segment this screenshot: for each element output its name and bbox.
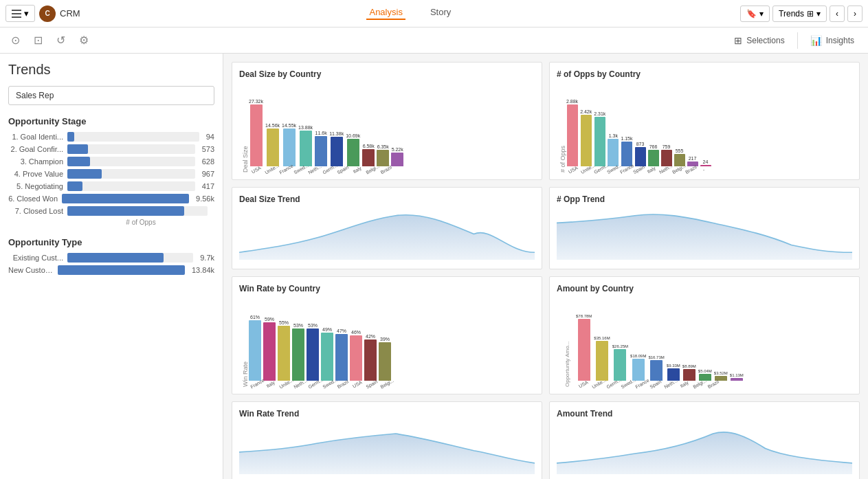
chart-bar-item: $16.73M [648, 355, 664, 381]
x-label: Belgi... [671, 165, 683, 175]
bar-val: 1.15k [621, 136, 632, 141]
bar-value: 628 [202, 157, 214, 166]
toolbar: ⊙ ⊡ ↺ ⚙ ⊞ Selections 📊 Insights [0, 27, 868, 54]
bar-value: 13.84k [192, 266, 214, 274]
refresh-button[interactable]: ↺ [51, 31, 71, 49]
bar-val: 10.69k [346, 133, 360, 138]
x-label: Italy [645, 165, 657, 175]
sales-rep-filter[interactable]: Sales Rep [8, 86, 214, 105]
x-label: France [278, 165, 291, 175]
x-label: Unite... [591, 379, 604, 390]
focus-button[interactable]: ⊙ [5, 31, 25, 49]
list-item: 2. Goal Confir... 573 [8, 144, 214, 154]
win-rate-trend-chart: Win Rate Trend [232, 401, 542, 479]
x-label: Germ... [322, 165, 335, 175]
bar-fill [58, 265, 185, 275]
list-item: 4. Prove Value 967 [8, 169, 214, 179]
x-label: France [249, 379, 263, 390]
bar-group: $78.78M $35.16M $26.25M $18.09M [576, 312, 852, 381]
tab-story[interactable]: Story [427, 7, 454, 20]
select-button[interactable]: ⊡ [28, 31, 48, 49]
nav-prev-button[interactable]: ‹ [830, 5, 845, 22]
bar-fill [62, 194, 189, 203]
bar-track [67, 132, 199, 142]
bookmark-dropdown-icon: ▾ [759, 9, 764, 19]
amount-trend-chart: Amount Trend [549, 401, 860, 479]
nav-next-button[interactable]: › [847, 5, 863, 22]
chart-bar-item: $78.78M [576, 314, 592, 381]
bar-group: 27.32k 14.56k 14.55k 13.88k [249, 98, 535, 166]
bar-value: 9.7k [200, 254, 214, 262]
bookmark-button[interactable]: 🔖 ▾ [740, 5, 770, 22]
chart-bar [379, 342, 391, 381]
chart-bar-item: 2.88k [566, 99, 578, 166]
bar-track [67, 144, 195, 154]
menu-button[interactable]: ▾ [5, 5, 35, 22]
settings-button[interactable]: ⚙ [74, 31, 94, 49]
chart-bar [377, 150, 389, 166]
bar-track [67, 253, 193, 263]
chart-bar [567, 104, 578, 166]
toolbar-divider [797, 32, 798, 49]
chart-bar [350, 335, 362, 381]
opp-trend-chart: # Opp Trend [549, 187, 860, 269]
bar-track [67, 181, 195, 191]
chart-bar-item: 10.69k [346, 133, 360, 166]
bar-val: $35.16M [594, 336, 610, 340]
chart-bar [594, 117, 605, 166]
x-label: - [698, 165, 709, 175]
bar-val: 873 [636, 142, 645, 146]
bar-val: 59% [265, 317, 274, 322]
trends-button[interactable]: Trends ⊞ ▾ [772, 5, 827, 22]
bar-val: 13.88k [298, 125, 313, 130]
chart-bar [650, 360, 663, 381]
x-label: Italy [264, 379, 277, 390]
x-label: Swed... [620, 379, 633, 390]
chart-bar [315, 136, 327, 166]
x-label: Unite... [278, 379, 291, 390]
bar-val: 61% [250, 315, 260, 320]
bar-val: 766 [649, 144, 658, 149]
bar-val: 39% [380, 337, 390, 342]
toolbar-right: ⊞ Selections 📊 Insights [726, 31, 863, 50]
tab-analysis[interactable]: Analysis [366, 7, 405, 20]
x-label: USA [577, 379, 590, 390]
stage-label: 5. Negotiating [8, 182, 63, 190]
x-label: Germ... [605, 379, 619, 390]
bar-track [58, 265, 185, 275]
bar-val: $8.89M [682, 364, 696, 368]
bar-fill [67, 253, 164, 263]
left-panel: Trends Sales Rep Opportunity Stage 1. Go… [0, 54, 223, 479]
opps-by-country-chart: # of Opps by Country # of Opps 2.88k 2.4… [549, 62, 860, 180]
chart-bar [307, 328, 319, 381]
chart-bar-item: 11.6k [315, 131, 327, 166]
bar-val: $78.78M [576, 314, 592, 318]
x-label: Neth... [293, 379, 306, 390]
chart-bar [250, 104, 263, 166]
chart-bar-item: $26.25M [612, 344, 628, 381]
bar-val: 217 [689, 156, 697, 161]
bar-val: 6.35k [377, 144, 389, 149]
bar-val: $3.52M [714, 371, 728, 375]
chart-bar [347, 139, 359, 166]
x-label: Swed... [293, 165, 306, 175]
deal-size-trend-chart: Deal Size Trend [232, 187, 542, 269]
bar-value: 573 [202, 145, 214, 153]
insights-button[interactable]: 📊 Insights [802, 31, 863, 50]
opportunity-stage-section: Opportunity Stage 1. Goal Identi... 94 2… [8, 116, 214, 226]
bar-val: 2.42k [580, 109, 592, 114]
bar-val: 555 [676, 148, 684, 153]
chart-bar [278, 326, 290, 381]
bar-val: 55% [279, 320, 289, 325]
chart-bar [249, 320, 261, 381]
stage-label: 3. Champion [8, 157, 63, 166]
bar-value: 967 [202, 170, 214, 178]
chart-bar [362, 149, 375, 166]
selections-button[interactable]: ⊞ Selections [726, 31, 792, 50]
chart-bar-item: 39% [379, 337, 391, 381]
x-axis-label: # of Opps [67, 219, 214, 226]
bar-track [67, 206, 208, 216]
stage-label: 6. Closed Won [8, 194, 58, 203]
chart-bar-item: 53% [307, 323, 319, 381]
list-item: 7. Closed Lost [8, 206, 214, 216]
